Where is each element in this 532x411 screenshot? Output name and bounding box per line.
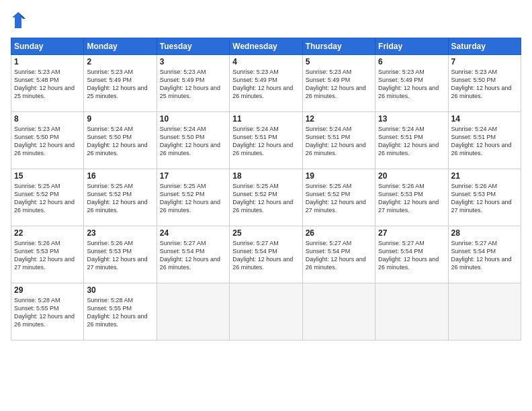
day-info: Sunrise: 5:23 AMSunset: 5:49 PMDaylight:… [378, 68, 445, 101]
day-info: Sunrise: 5:23 AMSunset: 5:49 PMDaylight:… [306, 68, 372, 101]
table-row: 25Sunrise: 5:27 AMSunset: 5:54 PMDayligh… [230, 226, 302, 283]
day-info: Sunrise: 5:23 AMSunset: 5:49 PMDaylight:… [160, 68, 226, 101]
day-info: Sunrise: 5:24 AMSunset: 5:50 PMDaylight:… [160, 125, 226, 158]
table-row: 15Sunrise: 5:25 AMSunset: 5:52 PMDayligh… [11, 169, 84, 226]
day-number: 3 [160, 57, 226, 66]
table-row: 22Sunrise: 5:26 AMSunset: 5:53 PMDayligh… [11, 226, 84, 283]
col-monday: Monday [84, 38, 157, 55]
day-number: 11 [232, 114, 299, 124]
day-number: 6 [378, 57, 445, 66]
day-number: 4 [232, 57, 299, 66]
table-row: 3Sunrise: 5:23 AMSunset: 5:49 PMDaylight… [157, 55, 229, 112]
calendar-empty-cell [302, 283, 375, 340]
table-row: 10Sunrise: 5:24 AMSunset: 5:50 PMDayligh… [157, 112, 229, 169]
col-saturday: Saturday [448, 38, 521, 55]
day-info: Sunrise: 5:26 AMSunset: 5:53 PMDaylight:… [451, 182, 518, 215]
table-row: 5Sunrise: 5:23 AMSunset: 5:49 PMDaylight… [302, 55, 375, 112]
day-number: 12 [306, 114, 372, 124]
day-info: Sunrise: 5:28 AMSunset: 5:55 PMDaylight:… [87, 296, 153, 329]
col-wednesday: Wednesday [230, 38, 302, 55]
table-row: 16Sunrise: 5:25 AMSunset: 5:52 PMDayligh… [84, 169, 157, 226]
day-number: 28 [451, 228, 518, 238]
day-number: 21 [451, 171, 518, 181]
day-info: Sunrise: 5:26 AMSunset: 5:53 PMDaylight:… [87, 239, 153, 272]
calendar-empty-cell [230, 283, 302, 340]
table-row: 17Sunrise: 5:25 AMSunset: 5:52 PMDayligh… [157, 169, 229, 226]
table-row: 20Sunrise: 5:26 AMSunset: 5:53 PMDayligh… [375, 169, 448, 226]
day-info: Sunrise: 5:27 AMSunset: 5:54 PMDaylight:… [378, 239, 445, 272]
table-row: 30Sunrise: 5:28 AMSunset: 5:55 PMDayligh… [84, 283, 157, 340]
table-row: 4Sunrise: 5:23 AMSunset: 5:49 PMDaylight… [230, 55, 302, 112]
table-row: 11Sunrise: 5:24 AMSunset: 5:51 PMDayligh… [230, 112, 302, 169]
day-info: Sunrise: 5:25 AMSunset: 5:52 PMDaylight:… [232, 182, 299, 215]
col-tuesday: Tuesday [157, 38, 229, 55]
day-number: 26 [306, 228, 372, 238]
table-row: 29Sunrise: 5:28 AMSunset: 5:55 PMDayligh… [11, 283, 84, 340]
day-number: 14 [451, 114, 518, 124]
day-info: Sunrise: 5:25 AMSunset: 5:52 PMDaylight:… [160, 182, 226, 215]
day-info: Sunrise: 5:25 AMSunset: 5:52 PMDaylight:… [306, 182, 372, 215]
calendar-header-row: Sunday Monday Tuesday Wednesday Thursday… [11, 38, 521, 55]
day-number: 19 [306, 171, 372, 181]
table-row: 2Sunrise: 5:23 AMSunset: 5:49 PMDaylight… [84, 55, 157, 112]
table-row: 1Sunrise: 5:23 AMSunset: 5:48 PMDaylight… [11, 55, 84, 112]
day-info: Sunrise: 5:25 AMSunset: 5:52 PMDaylight:… [87, 182, 153, 215]
table-row: 8Sunrise: 5:23 AMSunset: 5:50 PMDaylight… [11, 112, 84, 169]
calendar-week-row: 29Sunrise: 5:28 AMSunset: 5:55 PMDayligh… [11, 283, 521, 340]
table-row: 28Sunrise: 5:27 AMSunset: 5:54 PMDayligh… [448, 226, 521, 283]
table-row: 14Sunrise: 5:24 AMSunset: 5:51 PMDayligh… [448, 112, 521, 169]
day-info: Sunrise: 5:23 AMSunset: 5:48 PMDaylight:… [14, 68, 81, 101]
day-number: 16 [87, 171, 153, 181]
day-number: 10 [160, 114, 226, 124]
day-number: 27 [378, 228, 445, 238]
day-number: 25 [232, 228, 299, 238]
col-thursday: Thursday [302, 38, 375, 55]
day-info: Sunrise: 5:25 AMSunset: 5:52 PMDaylight:… [14, 182, 81, 215]
calendar-empty-cell [448, 283, 521, 340]
day-number: 13 [378, 114, 445, 124]
table-row: 27Sunrise: 5:27 AMSunset: 5:54 PMDayligh… [375, 226, 448, 283]
day-number: 17 [160, 171, 226, 181]
day-number: 2 [87, 57, 153, 66]
calendar-empty-cell [375, 283, 448, 340]
day-info: Sunrise: 5:24 AMSunset: 5:51 PMDaylight:… [306, 125, 372, 158]
logo [11, 11, 28, 30]
svg-marker-0 [12, 12, 24, 28]
day-info: Sunrise: 5:24 AMSunset: 5:51 PMDaylight:… [378, 125, 445, 158]
day-number: 29 [14, 285, 81, 295]
day-number: 5 [306, 57, 372, 66]
day-info: Sunrise: 5:23 AMSunset: 5:49 PMDaylight:… [87, 68, 153, 101]
calendar-week-row: 8Sunrise: 5:23 AMSunset: 5:50 PMDaylight… [11, 112, 521, 169]
day-info: Sunrise: 5:27 AMSunset: 5:54 PMDaylight:… [160, 239, 226, 272]
day-number: 18 [232, 171, 299, 181]
table-row: 23Sunrise: 5:26 AMSunset: 5:53 PMDayligh… [84, 226, 157, 283]
table-row: 18Sunrise: 5:25 AMSunset: 5:52 PMDayligh… [230, 169, 302, 226]
day-info: Sunrise: 5:27 AMSunset: 5:54 PMDaylight:… [306, 239, 372, 272]
calendar-week-row: 22Sunrise: 5:26 AMSunset: 5:53 PMDayligh… [11, 226, 521, 283]
day-number: 30 [87, 285, 153, 295]
day-number: 1 [14, 57, 81, 66]
day-number: 7 [451, 57, 518, 66]
calendar-week-row: 15Sunrise: 5:25 AMSunset: 5:52 PMDayligh… [11, 169, 521, 226]
col-sunday: Sunday [11, 38, 84, 55]
day-info: Sunrise: 5:27 AMSunset: 5:54 PMDaylight:… [451, 239, 518, 272]
col-friday: Friday [375, 38, 448, 55]
table-row: 24Sunrise: 5:27 AMSunset: 5:54 PMDayligh… [157, 226, 229, 283]
table-row: 21Sunrise: 5:26 AMSunset: 5:53 PMDayligh… [448, 169, 521, 226]
day-info: Sunrise: 5:26 AMSunset: 5:53 PMDaylight:… [378, 182, 445, 215]
table-row: 6Sunrise: 5:23 AMSunset: 5:49 PMDaylight… [375, 55, 448, 112]
table-row: 19Sunrise: 5:25 AMSunset: 5:52 PMDayligh… [302, 169, 375, 226]
day-info: Sunrise: 5:28 AMSunset: 5:55 PMDaylight:… [14, 296, 81, 329]
day-number: 8 [14, 114, 81, 124]
calendar-week-row: 1Sunrise: 5:23 AMSunset: 5:48 PMDaylight… [11, 55, 521, 112]
day-info: Sunrise: 5:24 AMSunset: 5:50 PMDaylight:… [87, 125, 153, 158]
header [11, 11, 521, 30]
day-info: Sunrise: 5:23 AMSunset: 5:49 PMDaylight:… [232, 68, 299, 101]
table-row: 12Sunrise: 5:24 AMSunset: 5:51 PMDayligh… [302, 112, 375, 169]
calendar-empty-cell [157, 283, 229, 340]
day-number: 9 [87, 114, 153, 124]
day-number: 20 [378, 171, 445, 181]
day-info: Sunrise: 5:24 AMSunset: 5:51 PMDaylight:… [232, 125, 299, 158]
day-number: 22 [14, 228, 81, 238]
table-row: 26Sunrise: 5:27 AMSunset: 5:54 PMDayligh… [302, 226, 375, 283]
